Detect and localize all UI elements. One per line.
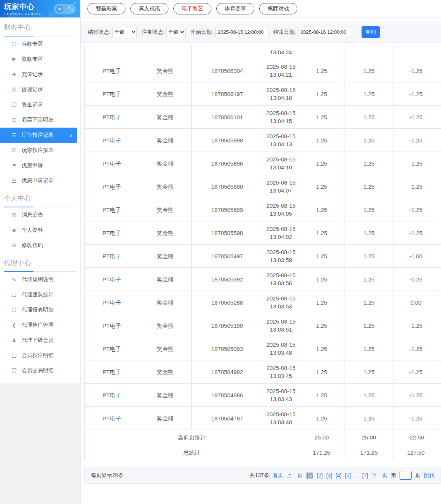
- gamepad-icon: [48, 1, 79, 17]
- member-bet-detail-icon: ❑: [11, 352, 17, 359]
- win-loss-cell: -1.25: [394, 384, 438, 407]
- agent-report-icon: ❐: [11, 307, 17, 313]
- start-date-input[interactable]: [215, 27, 268, 37]
- sidebar-item[interactable]: ⚑ 优惠申请: [0, 158, 80, 173]
- sidebar-item-label: 玩家投注报表: [22, 147, 54, 154]
- bet-time-cell: 2025-08-15 13:03:51: [263, 314, 299, 337]
- bet-time-cell: 2025-08-15 13:04:05: [263, 198, 299, 221]
- sidebar-item[interactable]: ✚ 充值记录: [0, 67, 80, 82]
- sidebar-item[interactable]: ✉ 消息公告: [0, 207, 80, 223]
- bet-time-cell: 2025-08-15 13:03:43: [263, 384, 299, 407]
- win-loss-cell: -1.00: [394, 245, 438, 268]
- sidebar-item[interactable]: ⚙ 修改密码: [0, 238, 80, 253]
- sidebar-item[interactable]: ❒ 资金记录: [0, 97, 80, 112]
- bet-time-cell: 2025-08-15 13:04:02: [263, 221, 299, 245]
- rules-document-icon: ✎: [11, 276, 17, 283]
- game-category-tab[interactable]: 雙赢彩票: [87, 3, 125, 14]
- sidebar-item-label: 代理推广管理: [22, 322, 54, 329]
- order-id-cell: 1870505598: [192, 221, 263, 245]
- order-id-cell: 1870506101: [192, 106, 263, 129]
- bet-amount-cell: 1.25: [299, 360, 344, 384]
- bet-report-icon: ☑: [11, 147, 17, 153]
- page-number-link[interactable]: [2]: [317, 472, 323, 479]
- game-cell: 奖金熊: [139, 59, 192, 82]
- sidebar-item[interactable]: ☰ 彩票下注明细: [0, 112, 80, 128]
- summary-label-cell: 当前页统计: [85, 430, 299, 445]
- first-page-link[interactable]: 首页: [273, 472, 283, 479]
- end-date-input[interactable]: [298, 27, 351, 37]
- page-number-link[interactable]: [5]: [345, 472, 351, 479]
- sidebar-item[interactable]: ✎ 代理规则说明: [0, 272, 80, 287]
- summary-valid-cell: 25.00: [344, 430, 394, 445]
- sidebar-item[interactable]: ☛ 取款专区: [0, 52, 80, 67]
- order-status-select[interactable]: 全部: [167, 27, 186, 37]
- prev-page-link[interactable]: 上一页: [287, 472, 303, 479]
- table-row: PT电子 奖金熊 1870506101 2025-08-15 13:04:15 …: [85, 106, 441, 129]
- order-id-cell: 1870504982: [192, 360, 263, 384]
- valid-bet-cell: 1.25: [344, 268, 394, 291]
- sidebar-section-items: ❐ 存款专区 ☛ 取款专区 ✚ 充值记录 ✇ 提现记录: [0, 36, 80, 188]
- order-id-cell: 1870505800: [192, 175, 263, 198]
- sidebar-item[interactable]: ☲ 优惠申请记录: [0, 173, 80, 188]
- page-number-link[interactable]: [4]: [336, 472, 342, 479]
- bet-amount-cell: 1.25: [299, 82, 344, 106]
- sidebar-item[interactable]: ❮ 代理推广管理: [0, 318, 80, 333]
- sidebar-item-label: 资金记录: [22, 101, 43, 108]
- order-id-cell: 1870505392: [192, 268, 263, 291]
- sidebar-item[interactable]: ☻ 个人资料: [0, 223, 80, 238]
- sidebar-item-label: 代理团队统计: [22, 291, 54, 298]
- bet-amount-cell: 1.25: [299, 59, 344, 82]
- bet-time-cell: 2025-08-15 13:04:13: [263, 129, 299, 152]
- sidebar-item-label: 代理规则说明: [22, 276, 54, 283]
- sidebar-item[interactable]: ❏ 代理团队统计: [0, 287, 80, 302]
- order-id-cell: 1870506197: [192, 82, 263, 106]
- platform-cell: PT电子: [85, 152, 139, 175]
- bet-records-table-wrap: 13:04:24 PT电子 奖金熊 1870506304 2025-08-15 …: [84, 45, 441, 460]
- order-id-cell: 1870505093: [192, 337, 263, 360]
- sidebar-section-items: ✎ 代理规则说明 ❏ 代理团队统计 ❐ 代理报表明细 ❮ 代理推广管理: [0, 272, 80, 378]
- order-id-cell: 1870505998: [192, 129, 263, 152]
- summary-row: 当前页统计 25.00 25.00 -22.50: [85, 430, 441, 445]
- order-id-cell: 1870506304: [192, 59, 263, 82]
- cutoff-cell: [438, 360, 441, 384]
- game-category-tab[interactable]: 体育赛事: [216, 3, 254, 14]
- page-number-link[interactable]: [7]: [362, 472, 368, 479]
- game-category-tab[interactable]: 电子游艺: [173, 3, 211, 14]
- sidebar-section: 个人中心 ✉ 消息公告 ☻ 个人资料 ⚙ 修改密码: [0, 188, 80, 253]
- win-loss-cell: -1.25: [394, 106, 438, 129]
- next-page-link[interactable]: 下一页: [371, 472, 387, 479]
- cutoff-cell: [438, 430, 441, 445]
- settle-status-select[interactable]: 全部: [113, 27, 137, 37]
- cutoff-cell: [438, 314, 441, 337]
- page-number-link[interactable]: [1]: [306, 472, 314, 479]
- page-number-link[interactable]: ...: [354, 472, 359, 479]
- platform-cell: PT电子: [85, 407, 139, 430]
- cutoff-cell: [438, 384, 441, 407]
- sidebar-item[interactable]: ❒ 会员交易明细: [0, 363, 80, 378]
- promo-record-icon: ☲: [11, 178, 17, 184]
- sidebar-item[interactable]: ☷ 厅室投注记录 ›: [0, 128, 77, 143]
- game-category-tab[interactable]: 棋牌对战: [259, 3, 297, 14]
- jump-button[interactable]: 跳转: [424, 472, 435, 479]
- game-cell: 奖金熊: [139, 129, 192, 152]
- sidebar-item[interactable]: ❐ 存款专区: [0, 36, 80, 52]
- jump-prefix-label: 第: [391, 472, 396, 479]
- query-button[interactable]: 查询: [362, 26, 380, 38]
- summary-label-cell: 总统计: [85, 445, 299, 460]
- page-number-link[interactable]: [3]: [326, 472, 332, 479]
- jump-page-input[interactable]: [400, 471, 412, 480]
- order-id-cell: 1870505699: [192, 198, 263, 221]
- table-body: PT电子 奖金熊 1870506304 2025-08-15 13:04:21 …: [85, 59, 441, 430]
- sidebar-item[interactable]: ♟ 代理下级会员: [0, 333, 80, 348]
- game-category-tab[interactable]: 真人视讯: [130, 3, 168, 14]
- summary-bet-cell: 171.25: [299, 445, 344, 460]
- table-row: PT电子 奖金熊 1870505392 2025-08-15 13:03:56 …: [85, 268, 441, 291]
- platform-cell: PT电子: [85, 360, 139, 384]
- order-id-cell: 1870505190: [192, 314, 263, 337]
- sidebar-section-items: ✉ 消息公告 ☻ 个人资料 ⚙ 修改密码: [0, 207, 80, 253]
- sidebar-item[interactable]: ☑ 玩家投注报表: [0, 143, 80, 158]
- sidebar-item[interactable]: ❑ 会员投注明细: [0, 348, 80, 363]
- sidebar-item[interactable]: ✇ 提现记录: [0, 82, 80, 97]
- sidebar-item-label: 会员投注明细: [22, 352, 54, 359]
- sidebar-item[interactable]: ❐ 代理报表明细: [0, 302, 80, 318]
